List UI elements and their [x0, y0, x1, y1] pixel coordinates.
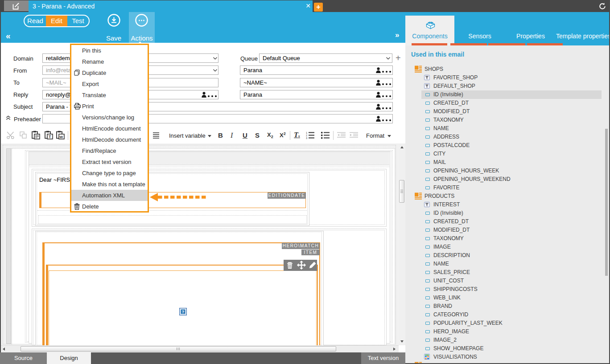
- svg-text:?: ?: [182, 309, 185, 314]
- svg-text:W: W: [60, 135, 63, 139]
- svg-text:T: T: [49, 135, 51, 139]
- svg-text:3: 3: [306, 137, 307, 139]
